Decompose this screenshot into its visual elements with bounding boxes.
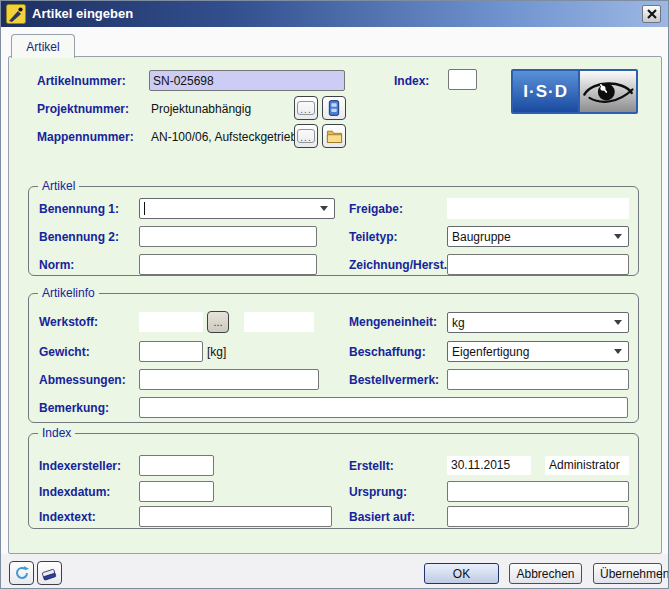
ok-button[interactable]: OK: [424, 563, 499, 584]
close-icon: [647, 9, 657, 19]
browse-werkstoff-button[interactable]: ...: [207, 311, 229, 333]
indexdatum-label: Indexdatum:: [39, 485, 110, 499]
erstellt-label: Erstellt:: [349, 459, 394, 473]
close-button[interactable]: [642, 5, 661, 23]
isd-logo: I·S·D: [511, 69, 638, 114]
ellipsis-icon: ...: [297, 129, 315, 143]
mappennummer-label: Mappennummer:: [37, 130, 134, 144]
werkstoff-field-2: [244, 312, 314, 332]
gewicht-unit-label: [kg]: [207, 345, 226, 359]
benennung2-field[interactable]: [139, 226, 317, 247]
mappennummer-value[interactable]: AN-100/06, Aufsteckgetriebe: [151, 130, 304, 144]
projektnummer-value[interactable]: Projektunabhängig: [151, 102, 251, 116]
chevron-down-icon: [614, 234, 622, 239]
browse-projektnummer-button[interactable]: ...: [294, 96, 318, 120]
eraser-button[interactable]: [37, 561, 62, 585]
eraser-icon: [41, 565, 58, 582]
chevron-down-icon: [614, 320, 622, 325]
zeichnung-label: Zeichnung/Herst.:: [349, 258, 451, 272]
app-icon: [6, 4, 26, 24]
artikelnummer-label: Artikelnummer:: [37, 74, 126, 88]
index-field[interactable]: [448, 69, 477, 90]
bemerkung-label: Bemerkung:: [39, 401, 109, 415]
ellipsis-icon: ...: [297, 101, 315, 115]
ursprung-label: Ursprung:: [349, 485, 407, 499]
indextext-field[interactable]: [139, 506, 332, 527]
benennung1-label: Benennung 1:: [39, 202, 119, 216]
folder-icon: [326, 129, 343, 144]
projektnummer-label: Projektnummer:: [37, 102, 129, 116]
title-bar: Artikel eingeben: [1, 1, 669, 27]
werkstoff-label: Werkstoff:: [39, 315, 98, 329]
basiert-auf-field[interactable]: [447, 506, 629, 527]
abmessungen-label: Abmessungen:: [39, 373, 126, 387]
mengeneinheit-value: kg: [448, 316, 614, 330]
ursprung-field[interactable]: [447, 481, 629, 502]
beschaffung-label: Beschaffung:: [349, 345, 426, 359]
teiletyp-value: Baugruppe: [448, 230, 614, 244]
bemerkung-field[interactable]: [139, 397, 628, 418]
norm-field[interactable]: [139, 254, 317, 275]
indexersteller-field[interactable]: [139, 455, 214, 476]
beschaffung-value: Eigenfertigung: [448, 345, 614, 359]
mengeneinheit-combobox[interactable]: kg: [447, 312, 629, 333]
gewicht-field[interactable]: [139, 341, 203, 362]
text-caret: [144, 202, 145, 215]
artikel-eingeben-dialog: Artikel eingeben Artikel Artikelnummer: …: [0, 0, 669, 589]
freigabe-field: [447, 198, 629, 219]
bestellvermerk-label: Bestellvermerk:: [349, 373, 439, 387]
refresh-icon: [14, 565, 30, 581]
isd-logo-text: I·S·D: [513, 71, 580, 112]
tab-artikel[interactable]: Artikel: [11, 34, 75, 58]
folder-button[interactable]: [322, 124, 346, 148]
benennung2-label: Benennung 2:: [39, 230, 119, 244]
indextext-label: Indextext:: [39, 510, 96, 524]
erstellt-user-field: Administrator: [545, 456, 629, 475]
group-index-title: Index: [38, 426, 75, 440]
artikelnummer-field[interactable]: [149, 70, 345, 91]
werkstoff-field: [139, 312, 203, 332]
beschaffung-combobox[interactable]: Eigenfertigung: [447, 341, 629, 362]
gewicht-label: Gewicht:: [39, 345, 90, 359]
teiletyp-combobox[interactable]: Baugruppe: [447, 226, 629, 247]
group-artikel-title: Artikel: [38, 179, 79, 193]
indexdatum-field[interactable]: [139, 481, 214, 502]
ellipsis-icon: ...: [213, 320, 222, 325]
zeichnung-field[interactable]: [447, 254, 629, 275]
abmessungen-field[interactable]: [139, 369, 319, 390]
project-database-button[interactable]: [322, 96, 346, 120]
basiert-auf-label: Basiert auf:: [349, 510, 415, 524]
bestellvermerk-field[interactable]: [447, 369, 629, 390]
teiletyp-label: Teiletyp:: [349, 230, 397, 244]
erstellt-date-field: 30.11.2015: [447, 456, 531, 475]
freigabe-label: Freigabe:: [349, 202, 403, 216]
chevron-down-icon: [614, 349, 622, 354]
window-title: Artikel eingeben: [32, 6, 133, 21]
cancel-button[interactable]: Abbrechen: [509, 563, 582, 584]
group-artikelinfo-title: Artikelinfo: [38, 286, 99, 300]
norm-label: Norm:: [39, 258, 74, 272]
apply-button[interactable]: Übernehmen: [593, 563, 662, 584]
benennung1-combobox[interactable]: [139, 198, 335, 219]
chevron-down-icon: [320, 206, 328, 211]
refresh-button[interactable]: [9, 561, 34, 585]
cabinet-icon: [326, 99, 342, 117]
isd-eye-icon: [580, 71, 636, 112]
browse-mappennummer-button[interactable]: ...: [294, 124, 318, 148]
indexersteller-label: Indexersteller:: [39, 459, 121, 473]
mengeneinheit-label: Mengeneinheit:: [349, 315, 437, 329]
index-label: Index:: [394, 74, 429, 88]
